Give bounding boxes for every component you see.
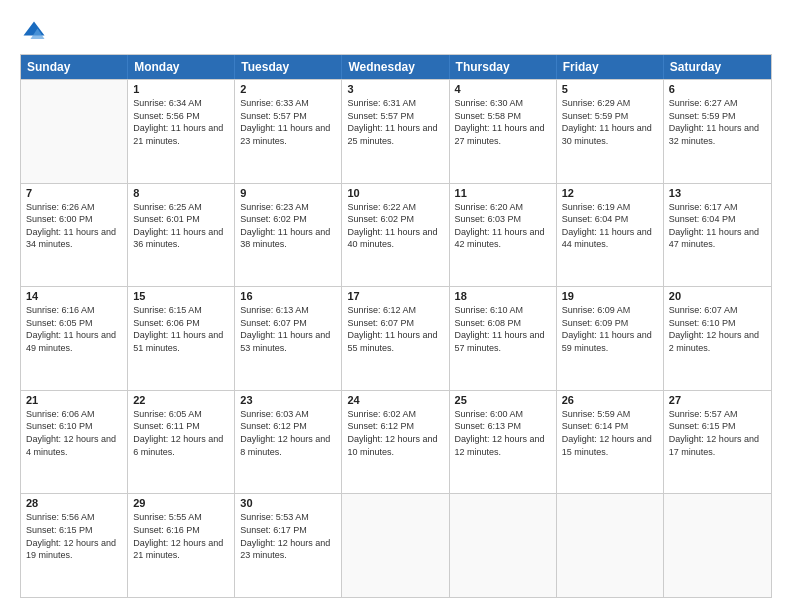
calendar-cell: 25Sunrise: 6:00 AM Sunset: 6:13 PM Dayli… <box>450 391 557 494</box>
calendar-cell: 5Sunrise: 6:29 AM Sunset: 5:59 PM Daylig… <box>557 80 664 183</box>
calendar-cell: 16Sunrise: 6:13 AM Sunset: 6:07 PM Dayli… <box>235 287 342 390</box>
cell-sun-info: Sunrise: 6:13 AM Sunset: 6:07 PM Dayligh… <box>240 304 336 354</box>
cell-day-number: 17 <box>347 290 443 302</box>
calendar-cell: 6Sunrise: 6:27 AM Sunset: 5:59 PM Daylig… <box>664 80 771 183</box>
calendar-cell <box>557 494 664 597</box>
day-headers-row: SundayMondayTuesdayWednesdayThursdayFrid… <box>21 55 771 79</box>
cell-day-number: 18 <box>455 290 551 302</box>
cell-day-number: 12 <box>562 187 658 199</box>
header <box>20 18 772 46</box>
cell-sun-info: Sunrise: 6:09 AM Sunset: 6:09 PM Dayligh… <box>562 304 658 354</box>
calendar-cell <box>664 494 771 597</box>
calendar-cell: 20Sunrise: 6:07 AM Sunset: 6:10 PM Dayli… <box>664 287 771 390</box>
cell-day-number: 28 <box>26 497 122 509</box>
calendar-cell: 3Sunrise: 6:31 AM Sunset: 5:57 PM Daylig… <box>342 80 449 183</box>
calendar-cell: 22Sunrise: 6:05 AM Sunset: 6:11 PM Dayli… <box>128 391 235 494</box>
cell-day-number: 15 <box>133 290 229 302</box>
calendar-cell: 9Sunrise: 6:23 AM Sunset: 6:02 PM Daylig… <box>235 184 342 287</box>
calendar-cell: 10Sunrise: 6:22 AM Sunset: 6:02 PM Dayli… <box>342 184 449 287</box>
calendar-cell: 12Sunrise: 6:19 AM Sunset: 6:04 PM Dayli… <box>557 184 664 287</box>
cell-sun-info: Sunrise: 6:00 AM Sunset: 6:13 PM Dayligh… <box>455 408 551 458</box>
day-header-friday: Friday <box>557 55 664 79</box>
cell-day-number: 24 <box>347 394 443 406</box>
calendar-cell: 24Sunrise: 6:02 AM Sunset: 6:12 PM Dayli… <box>342 391 449 494</box>
cell-sun-info: Sunrise: 6:26 AM Sunset: 6:00 PM Dayligh… <box>26 201 122 251</box>
calendar: SundayMondayTuesdayWednesdayThursdayFrid… <box>20 54 772 598</box>
cell-day-number: 22 <box>133 394 229 406</box>
cell-sun-info: Sunrise: 6:07 AM Sunset: 6:10 PM Dayligh… <box>669 304 766 354</box>
cell-sun-info: Sunrise: 6:30 AM Sunset: 5:58 PM Dayligh… <box>455 97 551 147</box>
calendar-cell: 4Sunrise: 6:30 AM Sunset: 5:58 PM Daylig… <box>450 80 557 183</box>
day-header-tuesday: Tuesday <box>235 55 342 79</box>
weeks-container: 1Sunrise: 6:34 AM Sunset: 5:56 PM Daylig… <box>21 79 771 597</box>
cell-day-number: 3 <box>347 83 443 95</box>
cell-sun-info: Sunrise: 6:34 AM Sunset: 5:56 PM Dayligh… <box>133 97 229 147</box>
week-row-3: 14Sunrise: 6:16 AM Sunset: 6:05 PM Dayli… <box>21 286 771 390</box>
week-row-5: 28Sunrise: 5:56 AM Sunset: 6:15 PM Dayli… <box>21 493 771 597</box>
day-header-sunday: Sunday <box>21 55 128 79</box>
cell-sun-info: Sunrise: 6:05 AM Sunset: 6:11 PM Dayligh… <box>133 408 229 458</box>
cell-sun-info: Sunrise: 6:03 AM Sunset: 6:12 PM Dayligh… <box>240 408 336 458</box>
cell-sun-info: Sunrise: 6:06 AM Sunset: 6:10 PM Dayligh… <box>26 408 122 458</box>
cell-day-number: 10 <box>347 187 443 199</box>
cell-sun-info: Sunrise: 6:22 AM Sunset: 6:02 PM Dayligh… <box>347 201 443 251</box>
cell-day-number: 19 <box>562 290 658 302</box>
calendar-cell: 23Sunrise: 6:03 AM Sunset: 6:12 PM Dayli… <box>235 391 342 494</box>
calendar-cell <box>342 494 449 597</box>
cell-sun-info: Sunrise: 6:20 AM Sunset: 6:03 PM Dayligh… <box>455 201 551 251</box>
cell-sun-info: Sunrise: 6:17 AM Sunset: 6:04 PM Dayligh… <box>669 201 766 251</box>
cell-day-number: 14 <box>26 290 122 302</box>
svg-marker-0 <box>24 22 45 36</box>
cell-day-number: 6 <box>669 83 766 95</box>
cell-sun-info: Sunrise: 6:10 AM Sunset: 6:08 PM Dayligh… <box>455 304 551 354</box>
cell-day-number: 11 <box>455 187 551 199</box>
page: SundayMondayTuesdayWednesdayThursdayFrid… <box>0 0 792 612</box>
calendar-cell: 1Sunrise: 6:34 AM Sunset: 5:56 PM Daylig… <box>128 80 235 183</box>
week-row-4: 21Sunrise: 6:06 AM Sunset: 6:10 PM Dayli… <box>21 390 771 494</box>
week-row-2: 7Sunrise: 6:26 AM Sunset: 6:00 PM Daylig… <box>21 183 771 287</box>
calendar-cell: 21Sunrise: 6:06 AM Sunset: 6:10 PM Dayli… <box>21 391 128 494</box>
calendar-cell: 17Sunrise: 6:12 AM Sunset: 6:07 PM Dayli… <box>342 287 449 390</box>
cell-sun-info: Sunrise: 6:23 AM Sunset: 6:02 PM Dayligh… <box>240 201 336 251</box>
cell-sun-info: Sunrise: 5:59 AM Sunset: 6:14 PM Dayligh… <box>562 408 658 458</box>
cell-day-number: 8 <box>133 187 229 199</box>
calendar-cell: 18Sunrise: 6:10 AM Sunset: 6:08 PM Dayli… <box>450 287 557 390</box>
cell-day-number: 30 <box>240 497 336 509</box>
day-header-wednesday: Wednesday <box>342 55 449 79</box>
cell-sun-info: Sunrise: 6:19 AM Sunset: 6:04 PM Dayligh… <box>562 201 658 251</box>
cell-day-number: 5 <box>562 83 658 95</box>
cell-day-number: 29 <box>133 497 229 509</box>
calendar-cell: 27Sunrise: 5:57 AM Sunset: 6:15 PM Dayli… <box>664 391 771 494</box>
cell-day-number: 2 <box>240 83 336 95</box>
cell-day-number: 27 <box>669 394 766 406</box>
cell-day-number: 21 <box>26 394 122 406</box>
logo-icon <box>20 18 48 46</box>
cell-day-number: 7 <box>26 187 122 199</box>
calendar-cell: 7Sunrise: 6:26 AM Sunset: 6:00 PM Daylig… <box>21 184 128 287</box>
calendar-cell: 15Sunrise: 6:15 AM Sunset: 6:06 PM Dayli… <box>128 287 235 390</box>
cell-day-number: 9 <box>240 187 336 199</box>
cell-sun-info: Sunrise: 5:56 AM Sunset: 6:15 PM Dayligh… <box>26 511 122 561</box>
cell-sun-info: Sunrise: 6:15 AM Sunset: 6:06 PM Dayligh… <box>133 304 229 354</box>
calendar-cell: 29Sunrise: 5:55 AM Sunset: 6:16 PM Dayli… <box>128 494 235 597</box>
day-header-thursday: Thursday <box>450 55 557 79</box>
cell-day-number: 26 <box>562 394 658 406</box>
week-row-1: 1Sunrise: 6:34 AM Sunset: 5:56 PM Daylig… <box>21 79 771 183</box>
calendar-cell <box>21 80 128 183</box>
calendar-cell <box>450 494 557 597</box>
cell-sun-info: Sunrise: 6:31 AM Sunset: 5:57 PM Dayligh… <box>347 97 443 147</box>
calendar-cell: 11Sunrise: 6:20 AM Sunset: 6:03 PM Dayli… <box>450 184 557 287</box>
cell-sun-info: Sunrise: 6:33 AM Sunset: 5:57 PM Dayligh… <box>240 97 336 147</box>
logo <box>20 18 52 46</box>
calendar-cell: 8Sunrise: 6:25 AM Sunset: 6:01 PM Daylig… <box>128 184 235 287</box>
cell-sun-info: Sunrise: 6:12 AM Sunset: 6:07 PM Dayligh… <box>347 304 443 354</box>
calendar-cell: 14Sunrise: 6:16 AM Sunset: 6:05 PM Dayli… <box>21 287 128 390</box>
calendar-cell: 30Sunrise: 5:53 AM Sunset: 6:17 PM Dayli… <box>235 494 342 597</box>
cell-sun-info: Sunrise: 5:57 AM Sunset: 6:15 PM Dayligh… <box>669 408 766 458</box>
cell-day-number: 20 <box>669 290 766 302</box>
cell-sun-info: Sunrise: 6:16 AM Sunset: 6:05 PM Dayligh… <box>26 304 122 354</box>
cell-day-number: 23 <box>240 394 336 406</box>
cell-day-number: 4 <box>455 83 551 95</box>
cell-day-number: 13 <box>669 187 766 199</box>
cell-sun-info: Sunrise: 6:29 AM Sunset: 5:59 PM Dayligh… <box>562 97 658 147</box>
